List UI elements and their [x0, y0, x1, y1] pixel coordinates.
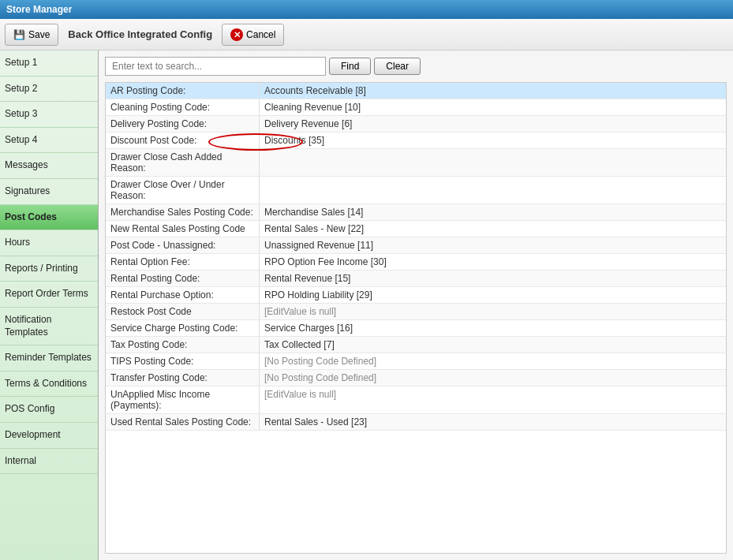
row-value [260, 149, 726, 176]
find-button[interactable]: Find [329, 58, 371, 75]
title-bar-label: Store Manager [6, 4, 72, 15]
row-label: Discount Post Code: [106, 133, 260, 148]
row-value: [No Posting Code Defined] [260, 370, 726, 386]
toolbar-title: Back Office Integrated Config [62, 28, 219, 40]
table-row: Merchandise Sales Posting Code:Merchandi… [106, 204, 726, 221]
row-label: Drawer Close Cash Added Reason: [106, 149, 260, 176]
table-row: TIPS Posting Code:[No Posting Code Defin… [106, 353, 726, 370]
row-value: Cleaning Revenue [10] [260, 99, 726, 115]
sidebar-item-hours[interactable]: Hours [0, 230, 98, 256]
sidebar-item-setup1[interactable]: Setup 1 [0, 50, 98, 77]
cancel-button[interactable]: ✕ Cancel [222, 24, 284, 46]
row-value: RPO Holding Liability [29] [260, 287, 726, 303]
cancel-icon: ✕ [230, 28, 243, 41]
row-label: AR Posting Code: [106, 83, 260, 99]
table-row: Cleaning Posting Code:Cleaning Revenue [… [106, 99, 726, 116]
table-row: Drawer Close Over / Under Reason: [106, 177, 726, 204]
row-label: Post Code - Unassigned: [106, 237, 260, 253]
row-value [260, 177, 726, 203]
row-label: Delivery Posting Code: [106, 116, 260, 132]
row-value: Tax Collected [7] [260, 337, 726, 353]
row-value: [EditValue is null] [260, 386, 726, 413]
row-label: Restock Post Code [106, 304, 260, 319]
row-label: Rental Option Fee: [106, 254, 260, 270]
row-value: Rental Revenue [15] [260, 271, 726, 286]
row-label: Merchandise Sales Posting Code: [106, 204, 260, 220]
row-value: Accounts Receivable [8] [260, 83, 726, 99]
content-area: Find Clear AR Posting Code:Accounts Rece… [99, 50, 733, 560]
sidebar-item-messages[interactable]: Messages [0, 153, 98, 179]
sidebar-item-setup3[interactable]: Setup 3 [0, 102, 98, 128]
sidebar-item-terms[interactable]: Terms & Conditions [0, 371, 98, 398]
sidebar-item-postcodes[interactable]: Post Codes [0, 205, 98, 231]
data-table: AR Posting Code:Accounts Receivable [8]C… [105, 82, 727, 554]
table-row: Rental Posting Code:Rental Revenue [15] [106, 271, 726, 287]
table-row: UnApplied Misc Income (Payments):[EditVa… [106, 386, 726, 414]
row-value: [No Posting Code Defined] [260, 353, 726, 369]
table-row: Discount Post Code:Discounts [35] [106, 133, 726, 149]
clear-button[interactable]: Clear [374, 58, 421, 75]
main-layout: Setup 1Setup 2Setup 3Setup 4MessagesSign… [0, 50, 733, 560]
sidebar-item-internal[interactable]: Internal [0, 449, 98, 475]
row-value: Service Charges [16] [260, 320, 726, 336]
row-label: Rental Posting Code: [106, 271, 260, 286]
sidebar-item-reports[interactable]: Reports / Printing [0, 256, 98, 282]
sidebar-item-posconfig[interactable]: POS Config [0, 397, 98, 423]
table-row: Tax Posting Code:Tax Collected [7] [106, 337, 726, 353]
row-label: Cleaning Posting Code: [106, 99, 260, 115]
save-button[interactable]: 💾 Save [5, 24, 58, 46]
sidebar-item-notification[interactable]: Notification Templates [0, 308, 98, 345]
table-row: Transfer Posting Code:[No Posting Code D… [106, 370, 726, 386]
row-label: TIPS Posting Code: [106, 353, 260, 369]
row-label: Service Charge Posting Code: [106, 320, 260, 336]
table-row: Delivery Posting Code:Delivery Revenue [… [106, 116, 726, 133]
table-row: New Rental Sales Posting CodeRental Sale… [106, 221, 726, 237]
table-row: Post Code - Unassigned:Unassigned Revenu… [106, 237, 726, 254]
row-value: RPO Option Fee Income [30] [260, 254, 726, 270]
table-row: Restock Post Code[EditValue is null] [106, 304, 726, 320]
row-value: Unassigned Revenue [11] [260, 237, 726, 253]
sidebar-item-reminder[interactable]: Reminder Templates [0, 345, 98, 371]
sidebar: Setup 1Setup 2Setup 3Setup 4MessagesSign… [0, 50, 99, 560]
row-value: Rental Sales - New [22] [260, 221, 726, 237]
search-bar: Find Clear [105, 57, 727, 76]
row-label: Rental Purchase Option: [106, 287, 260, 303]
table-row: Used Rental Sales Posting Code:Rental Sa… [106, 414, 726, 431]
row-label: New Rental Sales Posting Code [106, 221, 260, 237]
row-value: [EditValue is null] [260, 304, 726, 319]
sidebar-item-signatures[interactable]: Signatures [0, 179, 98, 205]
table-row: AR Posting Code:Accounts Receivable [8] [106, 83, 726, 99]
row-label: Used Rental Sales Posting Code: [106, 414, 260, 430]
row-label: UnApplied Misc Income (Payments): [106, 386, 260, 413]
sidebar-item-setup2[interactable]: Setup 2 [0, 77, 98, 103]
table-row: Drawer Close Cash Added Reason: [106, 149, 726, 177]
sidebar-item-setup4[interactable]: Setup 4 [0, 128, 98, 154]
row-value: Merchandise Sales [14] [260, 204, 726, 220]
save-icon: 💾 [13, 29, 25, 40]
row-label: Tax Posting Code: [106, 337, 260, 353]
title-bar: Store Manager [0, 0, 733, 19]
row-value: Rental Sales - Used [23] [260, 414, 726, 430]
row-value: Discounts [35] [260, 133, 726, 148]
row-label: Drawer Close Over / Under Reason: [106, 177, 260, 203]
row-value: Delivery Revenue [6] [260, 116, 726, 132]
toolbar: 💾 Save Back Office Integrated Config ✕ C… [0, 19, 733, 50]
sidebar-item-reportorder[interactable]: Report Order Terms [0, 282, 98, 308]
row-label: Transfer Posting Code: [106, 370, 260, 386]
table-row: Rental Option Fee:RPO Option Fee Income … [106, 254, 726, 271]
table-row: Rental Purchase Option:RPO Holding Liabi… [106, 287, 726, 304]
sidebar-item-development[interactable]: Development [0, 423, 98, 449]
table-row: Service Charge Posting Code:Service Char… [106, 320, 726, 337]
search-input[interactable] [105, 57, 326, 76]
